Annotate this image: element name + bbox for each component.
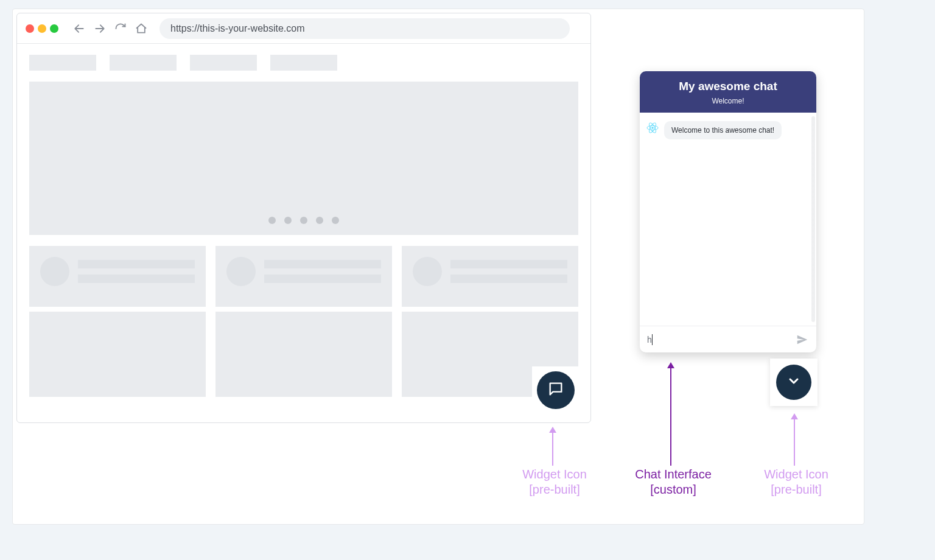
chat-launcher[interactable] [532,366,580,414]
chevron-down-icon [786,374,801,391]
carousel-dots [268,217,339,224]
diagram-stage: https://this-is-your-website.com [12,9,864,525]
text-caret [652,334,653,345]
chat-widget: My awesome chat Welcome! Welcome to this… [640,71,816,352]
annotation-label: Widget Icon [pre-built] [744,467,848,497]
annotation-label: Chat Interface [custom] [622,467,725,497]
accent-underline [555,422,580,423]
annotation-label: Widget Icon [pre-built] [506,467,603,497]
minimize-window-icon[interactable] [38,24,46,33]
chat-launcher-open[interactable] [770,359,818,406]
back-icon[interactable] [73,23,85,35]
nav-item-placeholder [29,55,96,71]
send-icon[interactable] [796,333,809,346]
chat-messages: Welcome to this awesome chat! [640,113,816,326]
card-placeholder [29,312,206,397]
page-skeleton [17,44,590,408]
arrow-icon [667,362,674,368]
url-text: https://this-is-your-website.com [170,23,305,34]
chat-subtitle: Welcome! [646,97,810,105]
url-bar[interactable]: https://this-is-your-website.com [159,18,570,39]
chat-header: My awesome chat Welcome! [640,71,816,113]
maximize-window-icon[interactable] [50,24,58,33]
chat-message: Welcome to this awesome chat! [646,121,810,139]
card-placeholder [215,312,392,397]
chat-input-value: h [647,335,652,345]
annotation-arrow [794,419,795,466]
home-icon[interactable] [135,23,147,35]
browser-toolbar: https://this-is-your-website.com [17,13,590,44]
hero-placeholder [29,82,578,235]
annotation-arrow [670,368,671,466]
arrow-icon [791,413,798,419]
forward-icon[interactable] [94,23,106,35]
chat-title: My awesome chat [646,80,810,93]
card-placeholder [215,246,392,307]
card-placeholder [402,246,578,307]
browser-window: https://this-is-your-website.com [16,13,591,423]
svg-point-2 [651,127,654,129]
refresh-icon[interactable] [114,23,127,35]
nav-item-placeholder [110,55,177,71]
window-controls [26,24,58,33]
chat-bubble: Welcome to this awesome chat! [664,121,782,139]
react-icon [646,121,659,135]
nav-item-placeholder [190,55,257,71]
close-window-icon[interactable] [26,24,34,33]
card-placeholder [29,246,206,307]
chat-input[interactable]: h [640,326,816,352]
arrow-icon [549,427,556,433]
chat-icon [547,380,564,400]
nav-item-placeholder [270,55,337,71]
annotation-arrow [552,433,553,466]
